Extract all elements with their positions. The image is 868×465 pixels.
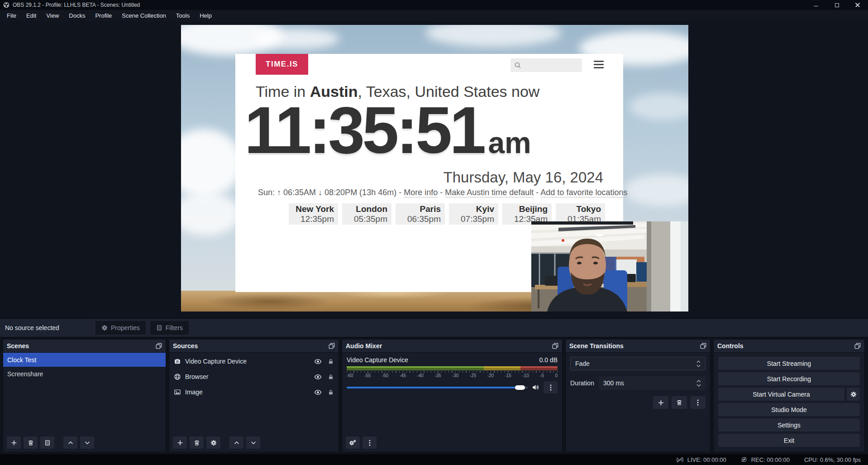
world-clock-cell[interactable]: London 05:35pm <box>342 203 391 225</box>
popout-icon[interactable] <box>329 343 335 349</box>
minimize-button[interactable] <box>806 0 826 10</box>
close-button[interactable] <box>847 0 868 10</box>
mixer-dock-title: Audio Mixer <box>346 342 382 350</box>
popout-icon[interactable] <box>700 343 706 349</box>
volume-meter <box>347 366 558 370</box>
world-clock-cell[interactable]: Kyiv 07:35pm <box>449 203 498 225</box>
studio-mode-button[interactable]: Studio Mode <box>718 403 860 416</box>
cloud <box>625 174 688 206</box>
maximize-icon <box>835 3 839 7</box>
properties-button[interactable]: Properties <box>95 321 146 335</box>
selected-source-toolbar: No source selected Properties Filters <box>0 318 868 338</box>
menu-item[interactable]: Scene Collection <box>117 10 171 21</box>
speaker-icon[interactable] <box>532 384 539 391</box>
eye-visible-icon[interactable] <box>314 358 322 365</box>
scene-list: Clock Test Screenshare <box>3 353 166 381</box>
mixer-channel-menu-button[interactable] <box>544 381 558 393</box>
eye-visible-icon[interactable] <box>314 373 322 381</box>
more-info-link[interactable]: More info <box>404 188 438 197</box>
timeis-logo[interactable]: TIME.IS <box>256 54 308 75</box>
mixer-menu-button[interactable] <box>362 436 377 449</box>
popout-icon[interactable] <box>552 343 558 349</box>
maximize-button[interactable] <box>826 0 847 10</box>
transition-select[interactable]: Fade <box>570 357 706 370</box>
scenes-dock-title: Scenes <box>7 342 29 350</box>
statusbar: LIVE: 00:00:00 REC: 00:00:00 CPU: 0.6%, … <box>0 454 868 465</box>
start-streaming-button[interactable]: Start Streaming <box>718 357 860 370</box>
lock-icon[interactable] <box>328 374 334 380</box>
eye-visible-icon[interactable] <box>314 388 322 396</box>
volume-slider-handle[interactable] <box>515 385 525 390</box>
duration-input[interactable]: 300 ms <box>599 376 706 390</box>
titlebar: OBS 29.1.2 - Profile: LLHLS BETA - Scene… <box>0 0 868 10</box>
start-recording-button[interactable]: Start Recording <box>718 372 860 385</box>
scenes-dock: Scenes Clock Test Screenshare <box>3 339 166 452</box>
current-time-display: 11:35:51 am <box>244 97 531 163</box>
remove-source-button[interactable] <box>190 436 204 449</box>
duration-label: Duration <box>570 379 594 387</box>
program-canvas[interactable]: TIME.IS Time in Austin, Texas, United St… <box>181 25 688 312</box>
stream-inactive-icon <box>677 456 683 463</box>
menu-item[interactable]: Tools <box>171 10 195 21</box>
minimize-icon <box>814 6 818 6</box>
lock-icon[interactable] <box>328 389 334 396</box>
menu-item[interactable]: Help <box>195 10 217 21</box>
globe-icon <box>174 373 181 380</box>
close-icon <box>855 3 860 7</box>
remove-transition-button[interactable] <box>672 396 687 409</box>
scene-list-item[interactable]: Screenshare <box>3 367 166 381</box>
source-list-item[interactable]: Image <box>169 385 339 399</box>
make-default-link[interactable]: Make Austin time default <box>445 188 534 197</box>
world-clock-time: 12:35pm <box>300 214 334 224</box>
meter-tick-labels: -60-55-50-45-40-35-30-25-20-15-10-50 <box>347 373 558 378</box>
scene-list-item[interactable]: Clock Test <box>3 353 166 367</box>
add-scene-button[interactable] <box>7 436 21 449</box>
camera-icon <box>174 358 181 365</box>
world-clock-city: London <box>356 204 387 214</box>
move-scene-down-button[interactable] <box>80 436 94 449</box>
menu-item[interactable]: Profile <box>90 10 117 21</box>
move-scene-up-button[interactable] <box>63 436 77 449</box>
menu-item[interactable]: Docks <box>64 10 90 21</box>
timeis-search-input[interactable] <box>510 58 582 72</box>
spinner-arrows-icon[interactable] <box>696 380 701 387</box>
popout-icon[interactable] <box>156 343 162 349</box>
popout-icon[interactable] <box>854 343 861 349</box>
remove-scene-button[interactable] <box>24 436 38 449</box>
world-clock-cell[interactable]: New York 12:35pm <box>289 203 338 225</box>
menu-item[interactable]: View <box>41 10 64 21</box>
transition-menu-button[interactable] <box>690 396 706 409</box>
world-clock-city: New York <box>296 204 334 214</box>
add-source-button[interactable] <box>173 436 187 449</box>
volume-slider[interactable] <box>347 387 528 388</box>
scene-filters-button[interactable] <box>40 436 54 449</box>
source-list-item[interactable]: Video Capture Device <box>169 355 339 368</box>
window-controls <box>806 0 868 10</box>
settings-button[interactable]: Settings <box>718 418 860 431</box>
webcam-overlay[interactable] <box>531 221 688 312</box>
source-list-item[interactable]: Browser <box>169 370 339 384</box>
mixer-level-db: 0.0 dB <box>539 356 558 364</box>
virtual-camera-config-button[interactable] <box>847 388 860 401</box>
source-properties-button[interactable] <box>206 436 220 449</box>
advanced-audio-button[interactable] <box>346 436 360 449</box>
exit-button[interactable]: Exit <box>718 434 860 447</box>
menu-item[interactable]: Edit <box>21 10 41 21</box>
add-favorite-link[interactable]: Add to favorite locations <box>540 188 627 197</box>
move-source-up-button[interactable] <box>229 436 243 449</box>
meter-tick-marks <box>347 371 558 373</box>
start-virtual-camera-button[interactable]: Start Virtual Camera <box>718 388 844 401</box>
filters-button[interactable]: Filters <box>150 321 189 335</box>
world-clock-cell[interactable]: Paris 06:35pm <box>396 203 445 225</box>
menu-item[interactable]: File <box>2 10 21 21</box>
gear-icon <box>101 325 108 331</box>
record-inactive-icon <box>741 456 747 463</box>
add-transition-button[interactable] <box>653 396 668 409</box>
move-source-down-button[interactable] <box>246 436 260 449</box>
preview-area[interactable]: TIME.IS Time in Austin, Texas, United St… <box>0 21 868 318</box>
lock-icon[interactable] <box>328 358 334 365</box>
hamburger-menu-icon[interactable] <box>594 61 604 68</box>
transitions-dock-title: Scene Transitions <box>569 342 624 350</box>
mixer-channel-name: Video Capture Device <box>347 356 408 364</box>
world-clock-city: Kyiv <box>476 204 494 214</box>
